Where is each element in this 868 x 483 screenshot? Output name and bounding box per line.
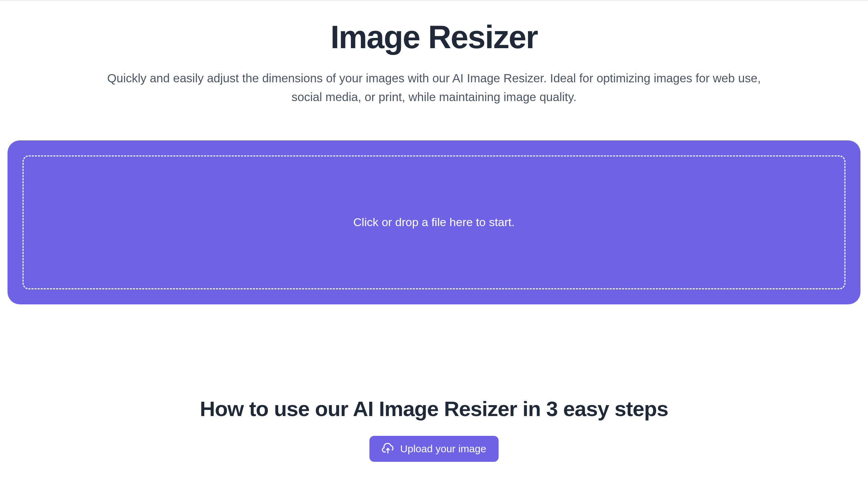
upload-button-label: Upload your image (400, 443, 486, 455)
hero-section: Image Resizer Quickly and easily adjust … (8, 1, 860, 106)
howto-section: How to use our AI Image Resizer in 3 eas… (8, 397, 860, 462)
howto-title: How to use our AI Image Resizer in 3 eas… (8, 397, 860, 421)
upload-button[interactable]: Upload your image (369, 436, 499, 462)
page-title: Image Resizer (8, 19, 860, 55)
page-subtitle: Quickly and easily adjust the dimensions… (92, 69, 776, 106)
dropzone-inner: Click or drop a file here to start. (23, 155, 845, 289)
dropzone-prompt: Click or drop a file here to start. (353, 216, 515, 229)
cloud-upload-icon (382, 443, 394, 455)
file-dropzone[interactable]: Click or drop a file here to start. (8, 140, 860, 304)
